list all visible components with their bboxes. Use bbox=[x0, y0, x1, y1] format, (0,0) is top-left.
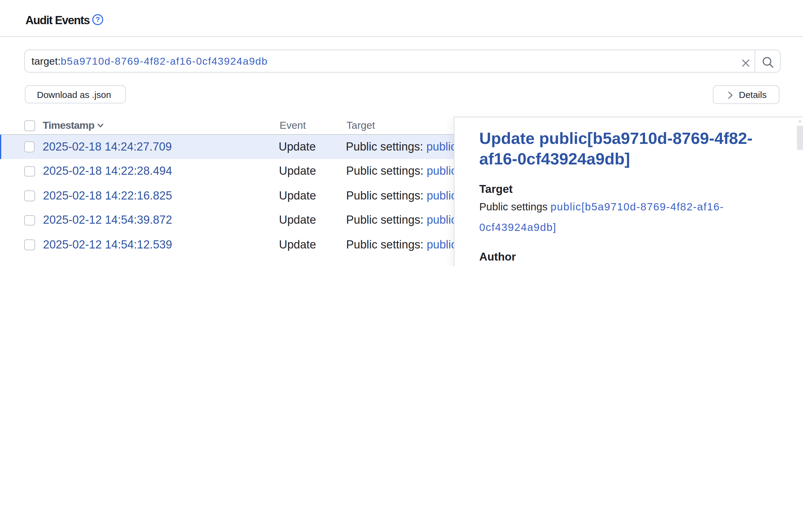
svg-text:?: ? bbox=[96, 15, 100, 23]
